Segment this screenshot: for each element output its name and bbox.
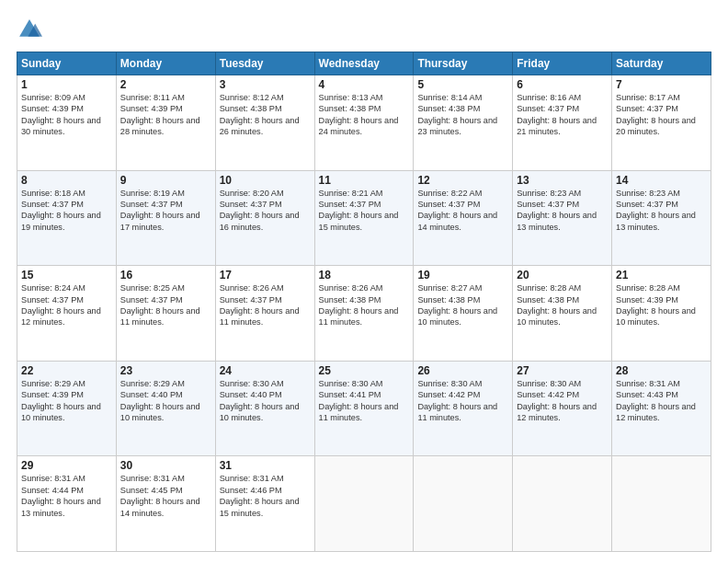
calendar-cell: 27 Sunrise: 8:30 AM Sunset: 4:42 PM Dayl… <box>513 361 612 456</box>
calendar-cell: 7 Sunrise: 8:17 AM Sunset: 4:37 PM Dayli… <box>612 75 711 171</box>
cell-info: Sunrise: 8:25 AM Sunset: 4:37 PM Dayligh… <box>120 282 211 328</box>
calendar-cell: 17 Sunrise: 8:26 AM Sunset: 4:37 PM Dayl… <box>215 266 314 362</box>
header <box>17 17 711 42</box>
day-number: 23 <box>120 364 211 377</box>
day-header-wednesday: Wednesday <box>314 52 414 75</box>
cell-info: Sunrise: 8:30 AM Sunset: 4:42 PM Dayligh… <box>517 378 608 424</box>
cell-info: Sunrise: 8:29 AM Sunset: 4:39 PM Dayligh… <box>21 378 112 424</box>
calendar-cell: 29 Sunrise: 8:31 AM Sunset: 4:44 PM Dayl… <box>17 456 117 552</box>
day-header-monday: Monday <box>116 52 215 75</box>
calendar-cell: 22 Sunrise: 8:29 AM Sunset: 4:39 PM Dayl… <box>17 361 117 456</box>
calendar-cell: 25 Sunrise: 8:30 AM Sunset: 4:41 PM Dayl… <box>314 361 414 456</box>
day-number: 15 <box>21 269 112 282</box>
calendar-week-row: 15 Sunrise: 8:24 AM Sunset: 4:37 PM Dayl… <box>17 266 711 362</box>
day-header-thursday: Thursday <box>414 52 513 75</box>
calendar-cell: 13 Sunrise: 8:23 AM Sunset: 4:37 PM Dayl… <box>513 170 612 266</box>
cell-info: Sunrise: 8:14 AM Sunset: 4:38 PM Dayligh… <box>417 92 508 138</box>
calendar-cell: 19 Sunrise: 8:27 AM Sunset: 4:38 PM Dayl… <box>414 266 513 362</box>
cell-info: Sunrise: 8:09 AM Sunset: 4:39 PM Dayligh… <box>21 92 112 138</box>
day-number: 12 <box>417 174 508 187</box>
calendar-cell: 16 Sunrise: 8:25 AM Sunset: 4:37 PM Dayl… <box>116 266 215 362</box>
day-number: 30 <box>120 459 211 472</box>
day-number: 9 <box>120 174 211 187</box>
cell-info: Sunrise: 8:20 AM Sunset: 4:37 PM Dayligh… <box>220 188 311 234</box>
calendar-cell: 23 Sunrise: 8:29 AM Sunset: 4:40 PM Dayl… <box>116 361 215 456</box>
calendar-cell: 30 Sunrise: 8:31 AM Sunset: 4:45 PM Dayl… <box>116 456 215 552</box>
day-number: 31 <box>220 459 311 472</box>
day-number: 27 <box>517 364 608 377</box>
day-header-sunday: Sunday <box>17 52 117 75</box>
day-number: 2 <box>120 78 211 91</box>
cell-info: Sunrise: 8:29 AM Sunset: 4:40 PM Dayligh… <box>120 378 211 424</box>
cell-info: Sunrise: 8:21 AM Sunset: 4:37 PM Dayligh… <box>319 188 410 234</box>
calendar-table: SundayMondayTuesdayWednesdayThursdayFrid… <box>17 52 711 552</box>
cell-info: Sunrise: 8:30 AM Sunset: 4:40 PM Dayligh… <box>220 378 311 424</box>
day-number: 26 <box>417 364 508 377</box>
cell-info: Sunrise: 8:28 AM Sunset: 4:39 PM Dayligh… <box>616 282 707 328</box>
cell-info: Sunrise: 8:23 AM Sunset: 4:37 PM Dayligh… <box>517 188 608 234</box>
day-header-saturday: Saturday <box>612 52 711 75</box>
day-number: 25 <box>319 364 410 377</box>
cell-info: Sunrise: 8:23 AM Sunset: 4:37 PM Dayligh… <box>616 188 707 234</box>
cell-info: Sunrise: 8:12 AM Sunset: 4:38 PM Dayligh… <box>220 92 311 138</box>
cell-info: Sunrise: 8:24 AM Sunset: 4:37 PM Dayligh… <box>21 282 112 328</box>
cell-info: Sunrise: 8:22 AM Sunset: 4:37 PM Dayligh… <box>417 188 508 234</box>
calendar-cell: 4 Sunrise: 8:13 AM Sunset: 4:38 PM Dayli… <box>314 75 414 171</box>
cell-info: Sunrise: 8:19 AM Sunset: 4:37 PM Dayligh… <box>120 188 211 234</box>
cell-info: Sunrise: 8:13 AM Sunset: 4:38 PM Dayligh… <box>319 92 410 138</box>
calendar-week-row: 8 Sunrise: 8:18 AM Sunset: 4:37 PM Dayli… <box>17 170 711 266</box>
calendar-cell: 14 Sunrise: 8:23 AM Sunset: 4:37 PM Dayl… <box>612 170 711 266</box>
calendar-cell: 11 Sunrise: 8:21 AM Sunset: 4:37 PM Dayl… <box>314 170 414 266</box>
page: SundayMondayTuesdayWednesdayThursdayFrid… <box>0 0 728 563</box>
cell-info: Sunrise: 8:11 AM Sunset: 4:39 PM Dayligh… <box>120 92 211 138</box>
day-number: 19 <box>417 269 508 282</box>
calendar-cell: 9 Sunrise: 8:19 AM Sunset: 4:37 PM Dayli… <box>116 170 215 266</box>
day-number: 28 <box>616 364 707 377</box>
day-number: 13 <box>517 174 608 187</box>
calendar-cell: 5 Sunrise: 8:14 AM Sunset: 4:38 PM Dayli… <box>414 75 513 171</box>
cell-info: Sunrise: 8:26 AM Sunset: 4:38 PM Dayligh… <box>319 282 410 328</box>
calendar-header-row: SundayMondayTuesdayWednesdayThursdayFrid… <box>17 52 711 75</box>
day-number: 8 <box>21 174 112 187</box>
calendar-cell: 18 Sunrise: 8:26 AM Sunset: 4:38 PM Dayl… <box>314 266 414 362</box>
cell-info: Sunrise: 8:31 AM Sunset: 4:46 PM Dayligh… <box>220 473 311 519</box>
calendar-cell: 10 Sunrise: 8:20 AM Sunset: 4:37 PM Dayl… <box>215 170 314 266</box>
calendar-week-row: 22 Sunrise: 8:29 AM Sunset: 4:39 PM Dayl… <box>17 361 711 456</box>
calendar-cell: 26 Sunrise: 8:30 AM Sunset: 4:42 PM Dayl… <box>414 361 513 456</box>
calendar-cell: 8 Sunrise: 8:18 AM Sunset: 4:37 PM Dayli… <box>17 170 117 266</box>
day-number: 20 <box>517 269 608 282</box>
calendar-cell: 3 Sunrise: 8:12 AM Sunset: 4:38 PM Dayli… <box>215 75 314 171</box>
cell-info: Sunrise: 8:18 AM Sunset: 4:37 PM Dayligh… <box>21 188 112 234</box>
cell-info: Sunrise: 8:27 AM Sunset: 4:38 PM Dayligh… <box>417 282 508 328</box>
calendar-cell: 24 Sunrise: 8:30 AM Sunset: 4:40 PM Dayl… <box>215 361 314 456</box>
calendar-cell: 6 Sunrise: 8:16 AM Sunset: 4:37 PM Dayli… <box>513 75 612 171</box>
calendar-cell: 28 Sunrise: 8:31 AM Sunset: 4:43 PM Dayl… <box>612 361 711 456</box>
day-number: 5 <box>417 78 508 91</box>
logo-icon <box>17 17 42 42</box>
calendar-cell <box>513 456 612 552</box>
day-number: 1 <box>21 78 112 91</box>
day-number: 10 <box>220 174 311 187</box>
day-number: 17 <box>220 269 311 282</box>
calendar-cell <box>612 456 711 552</box>
cell-info: Sunrise: 8:30 AM Sunset: 4:41 PM Dayligh… <box>319 378 410 424</box>
day-number: 18 <box>319 269 410 282</box>
calendar-week-row: 1 Sunrise: 8:09 AM Sunset: 4:39 PM Dayli… <box>17 75 711 171</box>
calendar-cell: 21 Sunrise: 8:28 AM Sunset: 4:39 PM Dayl… <box>612 266 711 362</box>
day-number: 22 <box>21 364 112 377</box>
calendar-cell: 1 Sunrise: 8:09 AM Sunset: 4:39 PM Dayli… <box>17 75 117 171</box>
logo <box>17 17 46 42</box>
cell-info: Sunrise: 8:31 AM Sunset: 4:44 PM Dayligh… <box>21 473 112 519</box>
day-header-friday: Friday <box>513 52 612 75</box>
day-number: 3 <box>220 78 311 91</box>
calendar-cell: 12 Sunrise: 8:22 AM Sunset: 4:37 PM Dayl… <box>414 170 513 266</box>
calendar-cell: 20 Sunrise: 8:28 AM Sunset: 4:38 PM Dayl… <box>513 266 612 362</box>
cell-info: Sunrise: 8:31 AM Sunset: 4:45 PM Dayligh… <box>120 473 211 519</box>
calendar-cell <box>314 456 414 552</box>
calendar-week-row: 29 Sunrise: 8:31 AM Sunset: 4:44 PM Dayl… <box>17 456 711 552</box>
cell-info: Sunrise: 8:30 AM Sunset: 4:42 PM Dayligh… <box>417 378 508 424</box>
cell-info: Sunrise: 8:31 AM Sunset: 4:43 PM Dayligh… <box>616 378 707 424</box>
day-number: 14 <box>616 174 707 187</box>
day-number: 7 <box>616 78 707 91</box>
calendar-cell: 15 Sunrise: 8:24 AM Sunset: 4:37 PM Dayl… <box>17 266 117 362</box>
